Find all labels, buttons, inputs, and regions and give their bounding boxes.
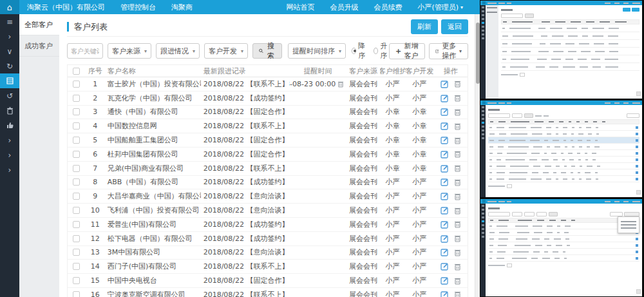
row-checkbox[interactable] [73, 235, 80, 242]
delete-icon[interactable] [454, 277, 461, 285]
delete-icon[interactable] [454, 291, 461, 297]
delete-icon[interactable] [454, 235, 461, 242]
chevron-down-icon[interactable]: ∨ [0, 44, 19, 59]
customer-maintainer: 小严 [380, 262, 406, 271]
preview-scroll-corner [636, 91, 641, 96]
source-select[interactable]: 客户来源▾ [108, 43, 151, 59]
delete-icon[interactable] [454, 137, 461, 144]
nav-item-1[interactable]: 管理控制台 [113, 0, 164, 14]
develop-select[interactable]: 客户开发▾ [204, 43, 248, 59]
logout-icon[interactable]: ↻ [0, 59, 19, 73]
row-actions [433, 235, 468, 243]
menu-icon[interactable]: ≡ [0, 14, 19, 29]
edit-icon[interactable] [440, 150, 449, 158]
edit-icon[interactable] [440, 248, 449, 256]
preview-screenshot-1[interactable] [480, 1, 642, 99]
row-checkbox[interactable] [73, 122, 80, 129]
chevron-right-icon[interactable]: › [0, 162, 19, 177]
refresh-button[interactable]: 刷新 [411, 19, 438, 34]
more-actions-button[interactable]: 更多操作 ▾ [429, 43, 469, 59]
nav-item-label: 淘聚云（中国）有限公司 [27, 3, 105, 12]
row-checkbox[interactable] [73, 291, 80, 297]
customer-developer: 小严 [406, 234, 434, 244]
row-checkbox[interactable] [73, 207, 80, 214]
sort-asc-radio[interactable]: 升序 [374, 41, 389, 61]
edit-icon[interactable] [440, 136, 449, 144]
home-button[interactable]: ⌂ [0, 0, 19, 14]
sort-desc-radio[interactable]: 降序 [352, 41, 367, 61]
delete-icon[interactable] [454, 178, 461, 186]
chevron-right-icon[interactable]: › [0, 133, 19, 148]
edit-icon[interactable] [440, 291, 449, 297]
edit-icon[interactable] [440, 235, 449, 243]
search-button[interactable]: 搜索 [252, 43, 282, 59]
delete-icon[interactable] [454, 263, 461, 271]
edit-icon[interactable] [440, 192, 449, 200]
delete-icon[interactable] [454, 164, 461, 172]
thumbs-up-icon[interactable] [0, 118, 19, 133]
row-actions [433, 150, 468, 158]
chevron-right-icon[interactable]: › [0, 148, 19, 162]
delete-icon[interactable] [454, 150, 461, 158]
edit-icon[interactable] [440, 178, 449, 186]
row-checkbox[interactable] [73, 108, 80, 115]
nav-right-item-2[interactable]: 会员续费 [366, 0, 410, 14]
edit-icon[interactable] [440, 262, 449, 271]
row-checkbox[interactable] [73, 263, 80, 270]
nav-left-menu: 淘聚云（中国）有限公司管理控制台淘聚商 [19, 0, 200, 14]
sort-select[interactable]: 提醒时间排序▾ [288, 43, 346, 59]
delete-icon[interactable] [454, 108, 461, 116]
chevron-right-icon[interactable]: › [0, 29, 19, 44]
vertical-scrollbar[interactable] [475, 14, 480, 297]
history-icon[interactable]: ↺ [0, 88, 19, 103]
row-checkbox[interactable] [73, 221, 80, 228]
sidebar-item-success-customers[interactable]: 成功客户 [19, 35, 59, 57]
delete-icon[interactable] [454, 122, 461, 130]
back-button[interactable]: 返回 [441, 19, 468, 34]
delete-icon[interactable] [454, 80, 461, 88]
delete-icon[interactable] [454, 207, 461, 215]
select-all-checkbox[interactable] [73, 68, 80, 75]
sidebar-item-all-customers[interactable]: 全部客户 [19, 14, 59, 35]
row-checkbox[interactable] [73, 193, 80, 200]
customer-developer: 小严 [406, 93, 434, 103]
edit-icon[interactable] [440, 80, 449, 88]
preview-edit-icon [636, 146, 638, 148]
row-checkbox[interactable] [73, 95, 80, 102]
customer-list-icon[interactable] [0, 73, 19, 88]
followup-select[interactable]: 跟进情况▾ [156, 43, 200, 59]
keyword-input[interactable] [67, 43, 103, 59]
delete-icon[interactable] [454, 94, 461, 102]
edit-icon[interactable] [440, 276, 449, 285]
nav-right-item-1[interactable]: 会员升级 [322, 0, 366, 14]
row-checkbox[interactable] [73, 178, 80, 186]
customer-developer: 小严 [406, 177, 434, 187]
trash-icon[interactable] [0, 103, 19, 118]
edit-icon[interactable] [440, 164, 449, 173]
latest-followup-record: 2018/08/22 【固定合作】 [201, 135, 289, 145]
remove-reminder-icon[interactable] [337, 81, 344, 88]
row-checkbox[interactable] [73, 81, 80, 88]
delete-icon[interactable] [454, 249, 461, 256]
delete-icon[interactable] [454, 193, 461, 200]
row-checkbox[interactable] [73, 165, 80, 172]
row-checkbox[interactable] [73, 151, 80, 158]
row-checkbox[interactable] [73, 249, 80, 256]
nav-right-item-0[interactable]: 网站首页 [278, 0, 322, 14]
row-actions [433, 122, 468, 130]
preview-screenshot-2[interactable] [480, 101, 642, 197]
edit-icon[interactable] [440, 108, 449, 116]
search-icon [259, 48, 263, 54]
edit-icon[interactable] [440, 206, 449, 215]
preview-screenshot-3[interactable] [480, 199, 642, 296]
nav-item-2[interactable]: 淘聚商 [164, 0, 200, 14]
nav-right-item-3[interactable]: 小严(管理员)▾ [410, 0, 471, 14]
nav-item-0[interactable]: 淘聚云（中国）有限公司 [19, 0, 113, 14]
row-checkbox[interactable] [73, 137, 80, 144]
delete-icon[interactable] [454, 220, 461, 228]
edit-icon[interactable] [440, 220, 449, 229]
edit-icon[interactable] [440, 94, 449, 102]
edit-icon[interactable] [440, 122, 449, 130]
row-checkbox[interactable] [73, 277, 80, 284]
add-customer-button[interactable]: + 新增客户 [389, 43, 424, 59]
